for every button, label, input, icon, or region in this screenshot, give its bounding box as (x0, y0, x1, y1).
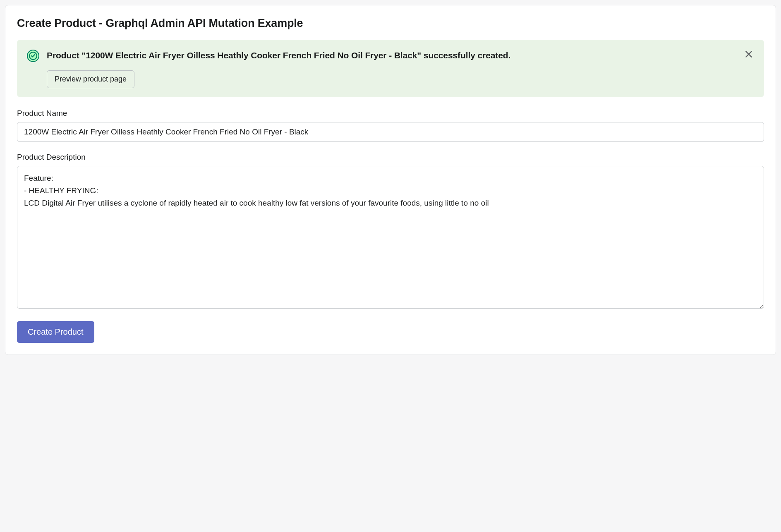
preview-product-button[interactable]: Preview product page (47, 70, 134, 88)
create-product-button[interactable]: Create Product (17, 321, 94, 343)
success-banner: Product "1200W Electric Air Fryer Oilles… (17, 40, 764, 97)
page-title: Create Product - Graphql Admin API Mutat… (17, 17, 764, 30)
banner-message: Product "1200W Electric Air Fryer Oilles… (47, 49, 738, 62)
close-icon (744, 50, 753, 59)
product-description-group: Product Description (17, 153, 764, 310)
banner-content: Product "1200W Electric Air Fryer Oilles… (47, 49, 754, 88)
banner-close-button[interactable] (743, 48, 755, 60)
product-description-label: Product Description (17, 153, 764, 162)
product-description-textarea[interactable] (17, 166, 764, 309)
product-name-group: Product Name (17, 109, 764, 142)
main-card: Create Product - Graphql Admin API Mutat… (5, 5, 776, 355)
success-check-icon (27, 50, 39, 62)
product-name-input[interactable] (17, 122, 764, 142)
product-name-label: Product Name (17, 109, 764, 118)
